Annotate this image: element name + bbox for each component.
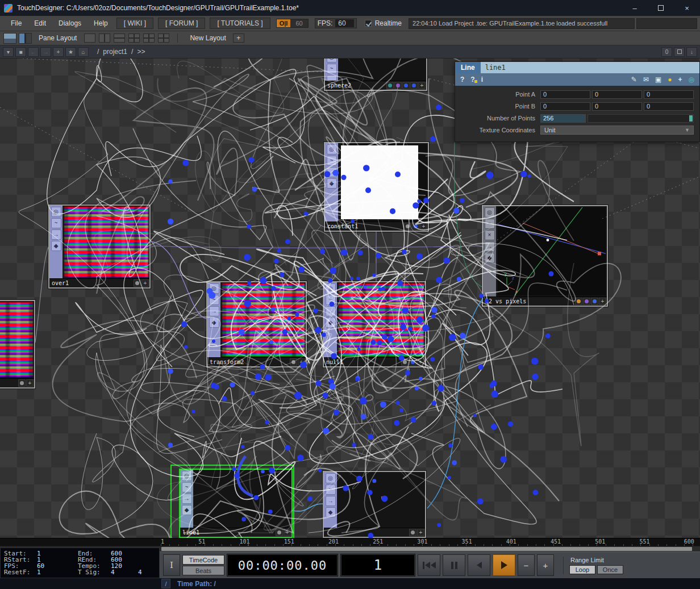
drop-flag-icon[interactable]: ◆: [327, 178, 337, 189]
independent-time-button[interactable]: I: [163, 554, 180, 576]
node-flag[interactable]: [591, 298, 598, 305]
menu-help[interactable]: Help: [88, 16, 114, 31]
forum-button[interactable]: [ FORUM ]: [158, 18, 205, 29]
ramp-flag-icon[interactable]: ~: [327, 64, 337, 74]
parameter-dialog[interactable]: Line line1 ? ? i ✎ ✉ ▣ ● + ◎ Point A 0: [455, 61, 700, 142]
slider-handle[interactable]: [689, 115, 693, 122]
pane-layout-grid-button[interactable]: [143, 34, 155, 43]
ramp-flag-icon[interactable]: ~: [182, 482, 192, 492]
rewind-button[interactable]: [418, 554, 440, 576]
fps-field[interactable]: FPS: 60: [315, 18, 357, 28]
node-flag[interactable]: [290, 358, 297, 366]
expand-all-icon[interactable]: +: [678, 76, 682, 83]
menu-edit[interactable]: Edit: [28, 16, 52, 31]
node-preview[interactable]: [195, 471, 290, 527]
node-transform2[interactable]: ◎ ~ → ◆ transform2 +: [206, 281, 307, 367]
minimize-button[interactable]: –: [622, 0, 648, 16]
oi-toggle[interactable]: O|I 60: [276, 19, 309, 28]
home-icon[interactable]: ⌂: [78, 47, 89, 57]
node-preview[interactable]: [339, 473, 424, 527]
collapse-pane-icon[interactable]: ↓: [686, 47, 697, 57]
fps-value[interactable]: 60: [335, 19, 353, 27]
node-preview[interactable]: [340, 144, 427, 220]
node-over1[interactable]: ◎ ~ → ◆ over1 +: [48, 204, 151, 289]
node-sphere2[interactable]: ◎ ~ → ◆ sphere2 +: [324, 59, 427, 91]
node-preview[interactable]: [64, 207, 148, 277]
back-arrow-icon[interactable]: ←: [28, 47, 39, 57]
node-flag[interactable]: [409, 529, 416, 536]
new-layout-add-button[interactable]: +: [233, 34, 244, 43]
drop-flag-icon[interactable]: ◆: [51, 241, 61, 251]
breadcrumb-root[interactable]: /: [97, 48, 99, 56]
pane-layout-single-button[interactable]: [84, 34, 95, 43]
geometry-viewport[interactable]: y z x: [498, 207, 606, 295]
arrow-flag-icon[interactable]: →: [327, 167, 337, 177]
viewer-flag-icon[interactable]: ◎: [209, 283, 219, 294]
tutorials-button[interactable]: [ TUTORIALS ]: [210, 18, 270, 29]
ramp-flag-icon[interactable]: ~: [209, 295, 219, 305]
node-preview[interactable]: [0, 302, 33, 377]
node-flag[interactable]: [404, 223, 411, 230]
close-button[interactable]: ×: [674, 0, 700, 16]
arrow-flag-icon[interactable]: →: [326, 496, 336, 506]
breadcrumb-more[interactable]: >>: [137, 48, 145, 56]
add-flag-button[interactable]: +: [298, 358, 305, 366]
stop-icon[interactable]: ■: [15, 47, 26, 57]
timeline-ruler[interactable]: 151101151201251301351401451501551600: [0, 538, 700, 546]
arrow-flag-icon[interactable]: →: [485, 241, 495, 252]
drop-flag-icon[interactable]: ◆: [326, 507, 336, 517]
play-button[interactable]: [493, 554, 515, 576]
node-preview[interactable]: [222, 283, 305, 356]
node-line1-selected[interactable]: ◎ ~ → ◆ line1 +: [179, 469, 293, 538]
num-points-field[interactable]: 256: [540, 114, 586, 123]
forward-arrow-icon[interactable]: →: [40, 47, 51, 57]
viewer-flag-icon[interactable]: ◎: [326, 473, 336, 483]
pane-layout-hsplit-button[interactable]: [114, 34, 125, 43]
node-flag[interactable]: [276, 529, 283, 536]
ramp-flag-icon[interactable]: ~: [485, 219, 495, 229]
point-b-y-field[interactable]: 0: [592, 102, 642, 111]
viewer-flag-icon[interactable]: ◎: [51, 207, 61, 217]
add-icon[interactable]: +: [53, 47, 64, 57]
once-button[interactable]: Once: [597, 565, 623, 574]
arrow-flag-icon[interactable]: →: [326, 306, 336, 316]
start-value[interactable]: 1: [37, 550, 78, 557]
add-flag-button[interactable]: +: [418, 82, 426, 89]
info-icon[interactable]: i: [481, 76, 483, 83]
tsig-value-2[interactable]: 4: [138, 569, 142, 575]
breadcrumb-project1[interactable]: project1: [103, 48, 127, 56]
time-path-root-button[interactable]: /: [161, 579, 170, 588]
point-b-z-field[interactable]: 0: [644, 102, 694, 111]
add-flag-button[interactable]: +: [417, 358, 424, 366]
copy-parameters-icon[interactable]: ▣: [655, 76, 661, 83]
bookmark-star-icon[interactable]: ★: [65, 47, 76, 57]
num-points-slider[interactable]: [588, 114, 694, 123]
viewer-flag-icon[interactable]: ◎: [326, 283, 336, 294]
point-a-x-field[interactable]: 0: [540, 90, 590, 99]
fps-value[interactable]: 60: [37, 563, 78, 569]
node-flag[interactable]: [386, 82, 394, 89]
add-flag-button[interactable]: +: [420, 223, 427, 230]
node-null1[interactable]: ◎ ~ → ◆ null1 +: [323, 281, 426, 367]
scrollbar-thumb[interactable]: [161, 547, 692, 551]
viewer-flag-icon[interactable]: ◎: [485, 207, 495, 218]
zoom-level[interactable]: 0: [661, 47, 672, 57]
beats-mode-button[interactable]: Beats: [182, 566, 224, 575]
ramp-flag-icon[interactable]: ~: [326, 484, 336, 495]
point-a-z-field[interactable]: 0: [644, 90, 694, 99]
realtime-toggle[interactable]: Realtime: [365, 19, 402, 27]
comment-icon[interactable]: ✉: [643, 76, 649, 83]
add-flag-button[interactable]: +: [284, 529, 291, 536]
arrow-flag-icon[interactable]: →: [182, 494, 192, 504]
node-flag[interactable]: [409, 358, 416, 366]
node-b2-vs-pixels[interactable]: ◎ ~ × → ◆: [482, 205, 608, 307]
timecode-mode-button[interactable]: TimeCode: [182, 555, 224, 565]
node-preview[interactable]: y z x: [498, 207, 606, 295]
node-constant1[interactable]: ◎ ~ → ◆ constant1 +: [324, 142, 429, 232]
viewer-flag-icon[interactable]: ◎: [327, 59, 337, 62]
arrow-flag-icon[interactable]: →: [327, 75, 337, 81]
pane-layout-three-button[interactable]: [128, 34, 140, 43]
close-flag-icon[interactable]: ×: [485, 230, 495, 240]
drop-flag-icon[interactable]: ◆: [182, 505, 192, 515]
drop-flag-icon[interactable]: ◆: [209, 318, 219, 328]
